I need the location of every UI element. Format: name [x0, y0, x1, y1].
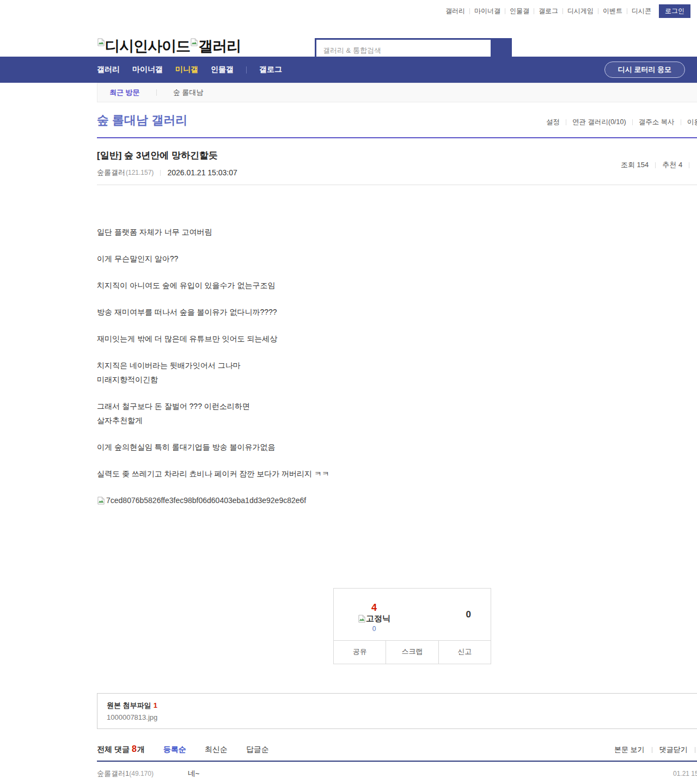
recent-visit-bar: 최근 방문 숲 롤대남	[97, 83, 697, 102]
sort-newest[interactable]: 최신순	[205, 745, 228, 755]
divider	[652, 747, 652, 753]
body-line: 치지직은 네이버라는 뒷배가잇어서 그나마	[97, 358, 697, 372]
upvote-count: 4	[347, 602, 401, 613]
broken-image-icon	[97, 497, 105, 505]
attachment-filename[interactable]: 1000007813.jpg	[107, 713, 697, 721]
comments-header: 전체 댓글 8 개 등록순 최신순 답글순 본문 보기 댓글닫기	[97, 744, 697, 762]
top-link-dccon[interactable]: 디시콘	[632, 7, 651, 16]
top-link-person[interactable]: 인물갤	[510, 7, 529, 16]
attachment-label: 원본 첨부파일	[107, 701, 151, 709]
close-comments-link[interactable]: 댓글닫기	[659, 745, 688, 755]
body-line: 방송 재미여부를 떠나서 숲을 볼이유가 없다니까????	[97, 305, 697, 319]
post-body: 일단 플랫폼 자체가 너무 고여버림 이게 무슨말인지 알아?? 치지직이 아니…	[97, 185, 697, 507]
attachment-count: 1	[154, 701, 157, 709]
divider	[566, 119, 566, 125]
top-link-minor[interactable]: 마이너갤	[474, 7, 500, 16]
recent-visit-gallery[interactable]: 숲 롤대남	[173, 88, 204, 97]
content-area: 숲 롤대남 갤러리 설정 연관 갤러리(0/10) 갤주소 복사 이용 [일반]…	[97, 102, 697, 784]
comment-author-ip: (49.170)	[129, 770, 154, 777]
divider	[534, 8, 534, 14]
divider	[627, 8, 627, 14]
divider	[689, 162, 689, 168]
post-author[interactable]: 숲롤갤러	[97, 168, 125, 177]
recent-visit-label[interactable]: 최근 방문	[109, 88, 140, 97]
body-line: 이게 숲의현실임 특히 롤대기업들 방송 볼이유가없음	[97, 440, 697, 454]
comments-total-label: 전체 댓글	[97, 745, 130, 755]
page: 갤러리 마이너갤 인물갤 갤로그 디시게임 이벤트 디시콘 로그인 디시인사이드	[0, 0, 697, 784]
broken-image-icon	[358, 615, 366, 623]
divider	[246, 66, 247, 74]
post-date: 2026.01.21 15:03:07	[167, 168, 237, 177]
gallery-link-settings[interactable]: 설정	[546, 118, 560, 127]
body-line: 미래지향적이긴함	[97, 372, 697, 387]
top-utility-bar: 갤러리 마이너갤 인물갤 갤로그 디시게임 이벤트 디시콘 로그인	[0, 0, 697, 17]
nav-item-minor[interactable]: 마이너갤	[132, 65, 163, 75]
body-line: 일단 플랫폼 자체가 너무 고여버림	[97, 225, 697, 239]
divider	[655, 162, 656, 168]
broken-image-alt: 7ced8076b5826ffe3fec98bf06d60403eba1dd3e…	[106, 493, 306, 507]
body-line: 치지직이 아니여도 숲에 유입이 있을수가 없는구조임	[97, 278, 697, 292]
sort-reply[interactable]: 답글순	[246, 745, 269, 755]
global-nav: 갤러리 마이너갤 미니갤 인물갤 갤로그 디시 로터리 응모	[0, 57, 697, 83]
scrap-button[interactable]: 스크랩	[386, 641, 438, 664]
login-button[interactable]: 로그인	[659, 4, 690, 18]
comments-count: 8	[132, 744, 137, 754]
body-line: 실력도 좆 쓰레기고 차라리 쵸비나 페이커 잠깐 보다가 꺼버리지 ㅋㅋ	[97, 467, 697, 481]
divider	[563, 8, 563, 14]
divider	[681, 119, 681, 125]
fixed-nick-count: 0	[347, 625, 401, 633]
divider	[469, 8, 470, 14]
nav-item-mini-active[interactable]: 미니갤	[175, 65, 198, 75]
share-button[interactable]: 공유	[334, 641, 386, 664]
body-line: 재미잇는게 밖에 더 많은데 유튜브만 잇어도 되는세상	[97, 332, 697, 346]
comment-time: 01.21 15	[673, 770, 697, 777]
divider	[160, 170, 161, 176]
divider	[505, 8, 505, 14]
body-line: 그래서 철구보다 돈 잘벌어 ??? 이런소리하면	[97, 399, 697, 413]
logo-text-gallery: 갤러리	[198, 38, 241, 54]
dc-lottery-button[interactable]: 디시 로터리 응모	[604, 62, 685, 78]
gallery-link-guide[interactable]: 이용	[687, 118, 697, 127]
post-title: [일반] 숲 3년안에 망하긴할듯	[97, 149, 697, 162]
recommend-count: 추천 4	[662, 160, 682, 170]
comment-author[interactable]: 숲롤갤러1(49.170)	[97, 769, 188, 779]
top-link-event[interactable]: 이벤트	[603, 7, 622, 16]
divider	[695, 747, 695, 753]
post-header: [일반] 숲 3년안에 망하긴할듯 숲롤갤러 (121.157) 2026.01…	[97, 138, 697, 185]
nav-item-person[interactable]: 인물갤	[211, 65, 234, 75]
site-logo[interactable]: 디시인사이드 갤러리	[97, 38, 241, 54]
top-link-dcgame[interactable]: 디시게임	[567, 7, 594, 16]
broken-post-image: 7ced8076b5826ffe3fec98bf06d60403eba1dd3e…	[97, 493, 697, 507]
view-count: 조회 154	[621, 160, 649, 170]
fixed-nick-label[interactable]: 고정닉	[366, 614, 390, 624]
vote-box: 4 고정닉 0 0 공유	[333, 588, 491, 664]
site-header: 디시인사이드 갤러리	[0, 17, 697, 57]
top-link-gallery[interactable]: 갤러리	[445, 7, 465, 16]
divider	[598, 8, 598, 14]
divider	[632, 119, 633, 125]
gallery-header: 숲 롤대남 갤러리 설정 연관 갤러리(0/10) 갤주소 복사 이용	[97, 102, 697, 138]
nav-item-gallery[interactable]: 갤러리	[97, 65, 120, 75]
gallery-link-related[interactable]: 연관 갤러리(0/10)	[572, 118, 626, 127]
logo-text-dcinside: 디시인사이드	[105, 38, 190, 54]
comment-row: 숲롤갤러1(49.170) 네~ 01.21 15	[97, 762, 697, 784]
broken-image-icon	[190, 38, 198, 46]
nav-item-gallog[interactable]: 갤로그	[259, 65, 282, 75]
downvote-count: 0	[466, 609, 471, 620]
sort-registered[interactable]: 등록순	[163, 745, 186, 755]
comment-text: 네~	[188, 769, 697, 779]
view-body-link[interactable]: 본문 보기	[614, 745, 645, 755]
body-line: 살자추천할게	[97, 413, 697, 427]
comments-count-suffix: 개	[137, 745, 145, 755]
attachment-box: 원본 첨부파일1 1000007813.jpg	[97, 693, 697, 729]
divider	[156, 89, 157, 96]
top-link-gallog[interactable]: 갤로그	[539, 7, 558, 16]
post-author-ip: (121.157)	[126, 169, 154, 176]
broken-image-icon	[97, 38, 105, 46]
body-line: 이게 무슨말인지 알아??	[97, 252, 697, 266]
gallery-link-copy-url[interactable]: 갤주소 복사	[639, 118, 675, 127]
report-button[interactable]: 신고	[438, 641, 491, 664]
gallery-title[interactable]: 숲 롤대남 갤러리	[97, 112, 187, 128]
